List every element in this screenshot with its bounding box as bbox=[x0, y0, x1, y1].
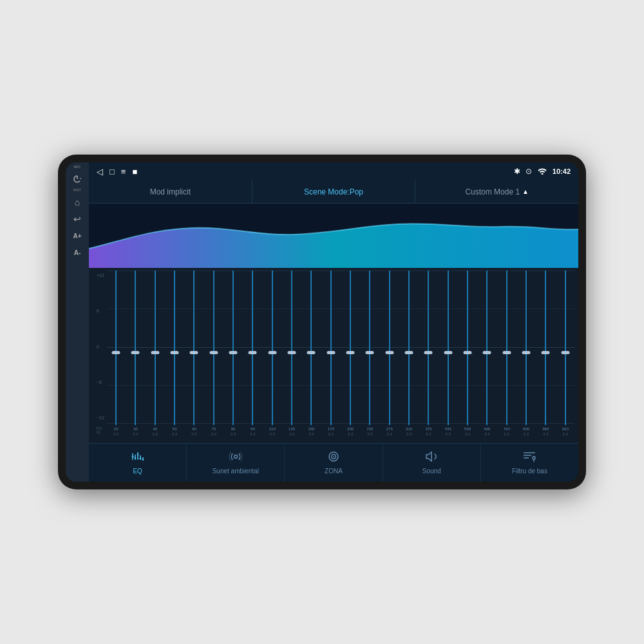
vol-down-button[interactable]: A- bbox=[70, 245, 85, 260]
slider-track-70[interactable] bbox=[213, 270, 214, 425]
eq-band-80[interactable] bbox=[224, 270, 242, 425]
slider-track-125[interactable] bbox=[291, 270, 292, 425]
slider-track-110[interactable] bbox=[272, 270, 273, 425]
nav-sound[interactable]: Sound bbox=[383, 444, 481, 482]
eq-band-50[interactable] bbox=[166, 270, 184, 425]
eq-band-800[interactable] bbox=[517, 270, 535, 425]
scale-0: 0 bbox=[97, 345, 104, 349]
eq-band-920[interactable] bbox=[556, 270, 574, 425]
q-value-80: 2.2 bbox=[231, 431, 236, 437]
eq-band-125[interactable] bbox=[283, 270, 301, 425]
speaker-icon bbox=[424, 451, 439, 466]
slider-handle-95[interactable] bbox=[249, 351, 257, 354]
nav-eq[interactable]: EQ bbox=[89, 444, 187, 482]
recent-icon[interactable]: ■ bbox=[132, 167, 137, 176]
slider-track-435[interactable] bbox=[448, 270, 449, 425]
slider-line-125 bbox=[291, 270, 292, 425]
slider-handle-30[interactable] bbox=[131, 351, 140, 354]
slider-handle-315[interactable] bbox=[405, 351, 413, 354]
eq-band-30[interactable] bbox=[126, 270, 144, 425]
slider-track-150[interactable] bbox=[310, 270, 312, 425]
slider-handle-275[interactable] bbox=[385, 351, 393, 354]
back-icon[interactable]: ◁ bbox=[97, 167, 103, 176]
label-col-375: 3752.2 bbox=[419, 426, 437, 437]
slider-track-315[interactable] bbox=[408, 270, 410, 425]
slider-track-95[interactable] bbox=[252, 270, 253, 425]
slider-handle-920[interactable] bbox=[561, 351, 569, 354]
home-icon[interactable]: □ bbox=[109, 167, 115, 176]
tab-scene-mode[interactable]: Scene Mode:Pop bbox=[252, 180, 416, 203]
eq-band-315[interactable] bbox=[400, 270, 418, 425]
slider-handle-200[interactable] bbox=[346, 351, 355, 354]
slider-track-920[interactable] bbox=[565, 270, 566, 425]
slider-track-20[interactable] bbox=[115, 270, 117, 425]
slider-handle-110[interactable] bbox=[268, 351, 276, 354]
slider-handle-800[interactable] bbox=[522, 351, 531, 354]
fc-value-435: 435 bbox=[445, 426, 451, 431]
nav-filtru-bas[interactable]: Filtru de bas bbox=[481, 444, 578, 482]
eq-band-175[interactable] bbox=[322, 270, 340, 425]
slider-handle-600[interactable] bbox=[483, 351, 491, 354]
slider-track-235[interactable] bbox=[369, 270, 370, 425]
slider-track-600[interactable] bbox=[486, 270, 488, 425]
tab-custom-mode[interactable]: Custom Mode 1 ▲ bbox=[415, 180, 578, 203]
slider-handle-375[interactable] bbox=[424, 351, 433, 354]
slider-handle-50[interactable] bbox=[171, 351, 179, 354]
slider-track-30[interactable] bbox=[135, 270, 136, 425]
slider-track-275[interactable] bbox=[389, 270, 390, 425]
eq-band-150[interactable] bbox=[302, 270, 320, 425]
slider-handle-80[interactable] bbox=[229, 351, 238, 354]
home-button[interactable]: ⌂ bbox=[70, 194, 85, 210]
slider-track-375[interactable] bbox=[428, 270, 429, 425]
slider-track-500[interactable] bbox=[467, 270, 468, 425]
tab-mod-implicit[interactable]: Mod implicit bbox=[89, 180, 252, 203]
slider-handle-500[interactable] bbox=[464, 351, 472, 354]
slider-track-80[interactable] bbox=[232, 270, 234, 425]
back-button[interactable]: ↩ bbox=[70, 211, 85, 227]
custom-mode-arrow: ▲ bbox=[522, 188, 529, 195]
slider-track-60[interactable] bbox=[193, 270, 194, 425]
bluetooth-icon: ✱ bbox=[514, 167, 520, 176]
slider-handle-125[interactable] bbox=[288, 351, 296, 354]
eq-band-375[interactable] bbox=[419, 270, 437, 425]
eq-band-95[interactable] bbox=[243, 270, 261, 425]
slider-track-860[interactable] bbox=[545, 270, 546, 425]
slider-handle-40[interactable] bbox=[151, 351, 159, 354]
slider-handle-235[interactable] bbox=[366, 351, 374, 354]
power-button[interactable] bbox=[70, 171, 85, 187]
menu-icon[interactable]: ≡ bbox=[121, 167, 126, 176]
eq-band-70[interactable] bbox=[205, 270, 223, 425]
slider-handle-150[interactable] bbox=[307, 351, 316, 354]
slider-handle-60[interactable] bbox=[190, 351, 198, 354]
vol-up-button[interactable]: A+ bbox=[70, 228, 85, 243]
eq-band-500[interactable] bbox=[459, 270, 477, 425]
slider-handle-860[interactable] bbox=[542, 351, 550, 354]
nav-sunet-ambiental[interactable]: Sunet ambiental bbox=[187, 444, 285, 482]
slider-track-175[interactable] bbox=[330, 270, 332, 425]
slider-line-50 bbox=[174, 270, 175, 425]
slider-handle-20[interactable] bbox=[112, 351, 120, 354]
q-value-95: 2.2 bbox=[250, 431, 255, 437]
eq-band-435[interactable] bbox=[439, 270, 457, 425]
slider-track-800[interactable] bbox=[526, 270, 527, 425]
eq-band-275[interactable] bbox=[381, 270, 399, 425]
eq-band-200[interactable] bbox=[341, 270, 359, 425]
eq-band-235[interactable] bbox=[361, 270, 379, 425]
slider-track-700[interactable] bbox=[506, 270, 507, 425]
eq-band-860[interactable] bbox=[536, 270, 554, 425]
slider-handle-175[interactable] bbox=[327, 351, 335, 354]
eq-band-60[interactable] bbox=[185, 270, 203, 425]
slider-track-50[interactable] bbox=[174, 270, 175, 425]
slider-handle-70[interactable] bbox=[209, 351, 218, 354]
eq-band-110[interactable] bbox=[263, 270, 281, 425]
slider-track-200[interactable] bbox=[350, 270, 351, 425]
eq-band-40[interactable] bbox=[146, 270, 164, 425]
eq-band-700[interactable] bbox=[498, 270, 516, 425]
slider-handle-700[interactable] bbox=[502, 351, 511, 354]
nav-zona[interactable]: ZONA bbox=[285, 444, 383, 482]
eq-band-600[interactable] bbox=[478, 270, 496, 425]
eq-band-20[interactable] bbox=[107, 270, 125, 425]
slider-handle-435[interactable] bbox=[444, 351, 452, 354]
q-value-50: 2.2 bbox=[172, 431, 177, 437]
slider-track-40[interactable] bbox=[155, 270, 156, 425]
